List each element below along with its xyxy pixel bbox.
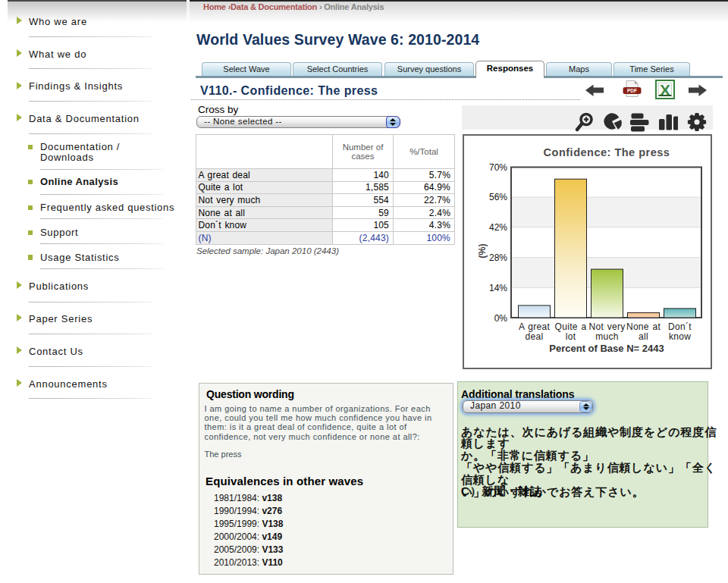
svg-text:None at: None at <box>626 321 661 332</box>
svg-text:much: much <box>595 331 619 342</box>
svg-text:56%: 56% <box>489 192 507 202</box>
svg-text:28%: 28% <box>489 252 507 263</box>
svg-text:0%: 0% <box>494 313 508 324</box>
svg-text:Percent of Base N= 2443: Percent of Base N= 2443 <box>549 343 664 354</box>
svg-text:70%: 70% <box>489 162 507 173</box>
svg-text:know: know <box>669 331 691 342</box>
svg-text:all: all <box>639 331 648 342</box>
svg-text:Don´t: Don´t <box>668 321 692 332</box>
svg-text:PDF: PDF <box>627 88 637 93</box>
svg-text:lot: lot <box>566 331 576 342</box>
svg-text:A great: A great <box>519 321 550 332</box>
svg-text:deal: deal <box>526 331 544 342</box>
svg-text:42%: 42% <box>489 222 507 233</box>
svg-text:Confidence: The press: Confidence: The press <box>544 146 670 158</box>
svg-text:(%): (%) <box>477 243 488 258</box>
svg-text:14%: 14% <box>489 283 507 293</box>
svg-text:Quite a: Quite a <box>555 321 587 332</box>
svg-text:Not very: Not very <box>588 321 625 332</box>
